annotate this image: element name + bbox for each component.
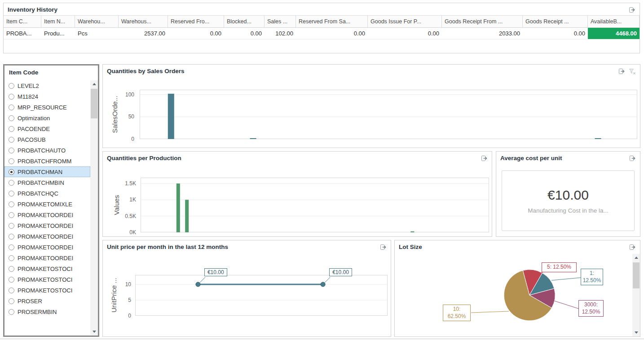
radio-icon [9, 298, 14, 304]
radio-icon [9, 180, 14, 186]
item-code-label: PROMAKETOMIXLE [18, 201, 72, 208]
item-code-option[interactable]: PROMAKETOSTOCI [4, 285, 90, 296]
lot-size-scrollbar[interactable] [632, 254, 640, 336]
item-code-label: PROMAKETOSTOCI [18, 266, 72, 272]
item-code-option[interactable]: PROMAKETOSTOCI [4, 274, 90, 285]
export-icon[interactable] [480, 155, 488, 162]
scroll-thumb[interactable] [91, 89, 97, 118]
item-code-label: PROMAKETOORDEI [18, 255, 73, 262]
y-axis-ticks: 1.5K1K0.5K0K [120, 178, 138, 232]
item-code-option[interactable]: PROMAKETOORDEI [4, 209, 90, 220]
radio-icon [9, 105, 14, 110]
radio-icon [9, 94, 14, 100]
item-code-option[interactable]: M11824 [4, 91, 90, 102]
item-code-label: PROBATCHQC [18, 190, 58, 197]
panel-title: Average cost per unit [500, 155, 562, 161]
column-header[interactable]: Sales ... [265, 16, 296, 27]
item-code-option[interactable]: PACOSUB [4, 134, 90, 145]
y-axis-tick: 10 [119, 281, 131, 288]
item-code-option[interactable]: LEVEL2 [4, 80, 90, 91]
item-code-option[interactable]: PROMAKETOMIXLE [4, 199, 90, 209]
y-axis-tick: 50 [121, 113, 134, 120]
item-code-option[interactable]: PROMAKETOORDEI [4, 231, 90, 242]
y-axis-tick: 0 [119, 313, 131, 319]
item-code-option[interactable]: PROBATCHFROMM [4, 156, 90, 166]
radio-icon [9, 126, 14, 132]
item-code-option[interactable]: Optimization [4, 113, 90, 123]
item-code-label: PROBATCHFROMM [18, 158, 71, 165]
export-icon[interactable] [617, 68, 626, 75]
item-code-option[interactable]: PROBATCHMAN [4, 166, 90, 177]
grid-cell: 2033.00 [442, 28, 523, 39]
panel-title: Lot Size [399, 244, 422, 250]
export-icon[interactable] [628, 155, 636, 162]
item-code-label: LEVEL2 [18, 83, 39, 89]
item-code-label: PACOENDE [18, 126, 50, 132]
pie-slice-label: 10: 62.50% [443, 305, 471, 321]
quantities-by-sales-orders-panel: Quantities by Sales Orders SalesOrde... … [102, 64, 640, 148]
panel-header: Average cost per unit [496, 152, 640, 162]
panel-header: Quantities per Production [103, 152, 492, 162]
scroll-thumb[interactable] [633, 262, 640, 288]
item-code-option[interactable]: PROBATCHAUTO [4, 145, 90, 156]
column-header[interactable]: AvailableB... [588, 16, 640, 27]
column-header[interactable]: Item N... [41, 16, 75, 27]
item-code-label: PROSERMBIN [18, 309, 57, 315]
scroll-up-icon[interactable] [632, 254, 640, 262]
y-axis-tick: 1K [120, 196, 136, 203]
item-code-label: PROMAKETOORDEI [18, 212, 73, 218]
grid-cell: 2537.00 [119, 28, 168, 39]
item-code-option[interactable]: PROMAKETOSTOCI [4, 263, 90, 274]
panel-title: Quantities per Production [107, 155, 181, 161]
export-icon[interactable] [627, 6, 636, 13]
item-code-option[interactable]: PROMAKETOORDEI [4, 220, 90, 231]
item-code-option[interactable]: PROBATCHQC [4, 188, 90, 199]
panel-header: Unit price per month in the last 12 mont… [103, 240, 391, 251]
item-code-option[interactable]: PROMAKETOORDEI [4, 253, 90, 263]
column-header[interactable]: Warehous... [119, 16, 168, 27]
item-code-option[interactable]: PROSER [4, 296, 90, 306]
production-chart [141, 178, 489, 232]
y-axis-tick: 5 [119, 297, 131, 303]
radio-icon [9, 277, 14, 283]
y-axis-title: Values [113, 195, 120, 215]
clear-filter-icon[interactable] [628, 68, 636, 75]
radio-icon [9, 234, 14, 240]
column-header[interactable]: Reserved Fro... [168, 16, 224, 27]
item-code-label: Optimization [18, 115, 50, 122]
scroll-down-icon[interactable] [90, 328, 98, 336]
average-cost-panel: Average cost per unit €10.00 Manufacturi… [496, 151, 640, 237]
pie-slice-label: 5: 12.50% [542, 262, 577, 272]
grid-cell: 0.00 [296, 28, 368, 39]
item-code-label: MRP_RESOURCE [18, 104, 67, 111]
scroll-up-icon[interactable] [90, 80, 98, 88]
item-code-option[interactable]: MRP_RESOURCE [4, 102, 90, 113]
column-header[interactable]: Goods Receipt From ... [442, 16, 523, 27]
column-header[interactable]: Goods Issue For P... [368, 16, 442, 27]
item-code-label: PROMAKETOORDEI [18, 222, 73, 229]
radio-icon [9, 223, 14, 229]
inventory-data-row[interactable]: PROBA...Produ...Pcs2537.000.000.00102.00… [4, 28, 640, 39]
column-header[interactable]: Reserved From Sa... [296, 16, 368, 27]
unit-price-chart [135, 275, 388, 316]
column-header[interactable]: Warehou... [75, 16, 119, 27]
item-list-scrollbar[interactable] [90, 80, 98, 336]
item-code-option[interactable]: PROMAKETOORDEI [4, 242, 90, 253]
grid-cell: PROBA... [4, 28, 41, 39]
grid-cell: Pcs [75, 28, 119, 39]
quantities-per-production-panel: Quantities per Production Values 1.5K1K0… [102, 151, 492, 237]
item-code-option[interactable]: PACOENDE [4, 123, 90, 134]
export-icon[interactable] [628, 244, 636, 251]
column-header[interactable]: Blocked... [224, 16, 265, 27]
radio-icon [9, 201, 14, 207]
export-icon[interactable] [379, 244, 387, 251]
column-header[interactable]: Goods Receipt ... [523, 16, 588, 27]
item-code-option[interactable]: PROSERMBIN [4, 306, 90, 317]
item-code-option[interactable]: PROBATCHMBIN [4, 177, 90, 188]
scroll-down-icon[interactable] [632, 329, 640, 336]
item-code-label: PROSER [18, 298, 42, 305]
column-header[interactable]: Item C... [4, 16, 41, 27]
lot-size-panel: Lot Size 5: 12.50% 1: 12.50% 3000: 12.50… [394, 240, 640, 337]
panel-title: Quantities by Sales Orders [107, 68, 185, 74]
y-axis-ticks: 1050 [119, 275, 133, 316]
